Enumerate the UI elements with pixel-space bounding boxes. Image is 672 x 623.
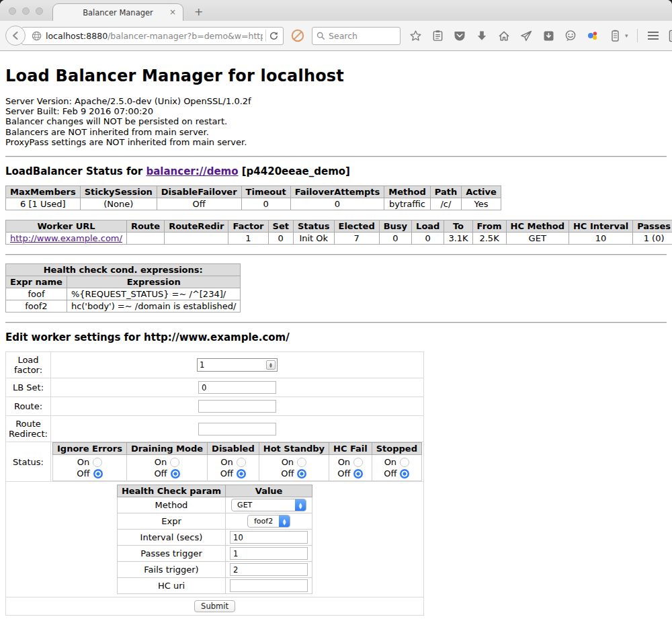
divider	[5, 322, 667, 323]
reload-button[interactable]	[269, 31, 279, 41]
col-stopped: Stopped	[372, 443, 421, 455]
server-info: Server Version: Apache/2.5.0-dev (Unix) …	[5, 96, 667, 147]
radio-ignore-errors-on[interactable]	[93, 458, 102, 467]
reading-list-icon[interactable]	[431, 29, 444, 42]
expr-label: Expr	[117, 513, 225, 530]
table-title-row: Health check cond. expressions:	[6, 264, 241, 276]
draining-mode-radios: On Off	[126, 455, 207, 481]
chevron-down-icon[interactable]: ▾	[625, 32, 628, 39]
url-host: localhost:8880	[46, 31, 108, 41]
container-battery-icon[interactable]	[608, 29, 622, 42]
stopped-radios: On Off	[372, 455, 421, 481]
on-label: On	[220, 456, 233, 468]
passes-trigger-input[interactable]	[230, 547, 308, 560]
select-arrows-icon: ▲▼	[295, 499, 306, 511]
number-stepper-icon[interactable]: ▲▼	[266, 360, 276, 370]
cell-expr-name-foof: foof	[6, 288, 67, 300]
cell-timeout: 0	[241, 198, 290, 210]
col-method: Method	[384, 186, 430, 198]
status-table: Ignore Errors Draining Mode Disabled Hot…	[52, 442, 422, 481]
method-select[interactable]: GET ▲▼	[231, 499, 306, 511]
cell-hc-method: GET	[506, 233, 569, 245]
reader-grid-icon[interactable]	[669, 29, 672, 42]
radio-hot-standby-on[interactable]	[297, 458, 306, 467]
cell-elected: 7	[334, 233, 379, 245]
fails-trigger-input[interactable]	[230, 563, 308, 576]
persist-notice-line: Balancer changes will NOT be persisted o…	[5, 116, 667, 126]
url-input[interactable]: localhost:8880/balancer-manager?b=demo&w…	[46, 31, 263, 41]
divider	[5, 156, 667, 157]
tab-balancer-manager[interactable]: Balancer Manager ×	[52, 3, 183, 21]
radio-stopped-off[interactable]	[400, 469, 409, 479]
window-close-button[interactable]	[9, 7, 16, 15]
tab-close-icon[interactable]: ×	[169, 7, 176, 17]
menu-hamburger-icon[interactable]	[646, 29, 660, 42]
status-heading-suffix: [p4420eeae_demo]	[239, 165, 350, 177]
expr-table-title: Health check cond. expressions:	[6, 264, 241, 276]
col-disablefailover: DisableFailover	[157, 186, 241, 198]
bookmark-star-icon[interactable]	[409, 29, 422, 42]
radio-stopped-on[interactable]	[400, 458, 409, 467]
radio-draining-mode-off[interactable]	[171, 469, 180, 479]
pocket-icon[interactable]	[453, 29, 466, 42]
expr-select-value: foof2	[248, 517, 279, 526]
radio-ignore-errors-off[interactable]	[93, 469, 103, 479]
window-zoom-button[interactable]	[36, 7, 43, 15]
search-input[interactable]	[329, 31, 392, 41]
server-built-line: Server Built: Feb 9 2016 07:00:20	[5, 106, 667, 116]
load-factor-label: Load factor:	[6, 352, 51, 378]
server-version-line: Server Version: Apache/2.5.0-dev (Unix) …	[5, 96, 667, 106]
feedback-smiley-icon[interactable]	[564, 29, 577, 42]
extension-colors-icon[interactable]	[586, 29, 599, 42]
col-expression: Expression	[67, 276, 241, 288]
radio-hot-standby-off[interactable]	[297, 469, 306, 479]
radio-hc-fail-off[interactable]	[353, 469, 363, 479]
browser-window: Balancer Manager × + localhost:8880/bala…	[0, 0, 672, 623]
cell-route	[126, 233, 164, 245]
route-input[interactable]	[198, 400, 276, 413]
radio-draining-mode-on[interactable]	[170, 458, 179, 467]
expr-select[interactable]: foof2 ▲▼	[247, 515, 290, 528]
home-icon[interactable]	[497, 29, 511, 42]
status-row: Status: Ignore Errors Draining Mode Disa…	[6, 442, 424, 482]
cell-expression-foof: %{REQUEST_STATUS} =~ /^[234]/	[67, 288, 241, 300]
cell-factor: 1	[228, 233, 268, 245]
toolbar-divider	[637, 29, 638, 42]
url-bar[interactable]: localhost:8880/balancer-manager?b=demo&w…	[22, 27, 284, 45]
back-button[interactable]	[5, 26, 26, 46]
page-content: Load Balancer Manager for localhost Serv…	[0, 51, 672, 623]
toolbar-icons: ▾	[409, 29, 672, 42]
load-factor-input[interactable]	[198, 359, 266, 371]
radio-hc-fail-on[interactable]	[353, 458, 363, 467]
new-tab-button[interactable]: +	[194, 5, 203, 18]
worker-url-link[interactable]: http://www.example.com/	[10, 233, 122, 243]
off-label: Off	[154, 468, 167, 479]
screenshot-download-icon[interactable]	[542, 29, 555, 42]
off-label: Off	[77, 468, 89, 479]
window-minimize-button[interactable]	[22, 7, 30, 15]
route-redirect-input[interactable]	[198, 423, 276, 435]
send-tab-icon[interactable]	[519, 29, 533, 42]
interval-input[interactable]	[230, 531, 308, 544]
submit-button[interactable]: Submit	[194, 600, 235, 612]
table-header-row: Worker URL Route RouteRedir Factor Set S…	[6, 220, 672, 233]
load-factor-field[interactable]: ▲▼	[197, 358, 278, 372]
table-row: 6 [1 Used] (None) Off 0 0 bytraffic /c/ …	[6, 198, 501, 210]
radio-disabled-on[interactable]	[237, 458, 246, 467]
col-draining-mode: Draining Mode	[126, 443, 207, 455]
interval-label: Interval (secs)	[117, 530, 225, 546]
route-label: Route:	[6, 397, 51, 416]
col-worker-url: Worker URL	[6, 220, 127, 233]
window-controls[interactable]	[9, 7, 43, 15]
search-bar[interactable]	[312, 27, 401, 45]
tab-bar: Balancer Manager × +	[0, 0, 672, 21]
radio-disabled-off[interactable]	[237, 469, 246, 479]
table-header-row: MaxMembers StickySession DisableFailover…	[6, 186, 501, 198]
col-route: Route	[126, 220, 164, 233]
balancer-demo-link[interactable]: balancer://demo	[146, 165, 238, 177]
lb-set-input[interactable]	[198, 381, 276, 394]
hc-uri-input[interactable]	[230, 579, 308, 592]
downloads-icon[interactable]	[475, 29, 489, 42]
block-indicator-icon[interactable]	[290, 28, 305, 43]
hc-uri-label: HC uri	[117, 578, 225, 594]
